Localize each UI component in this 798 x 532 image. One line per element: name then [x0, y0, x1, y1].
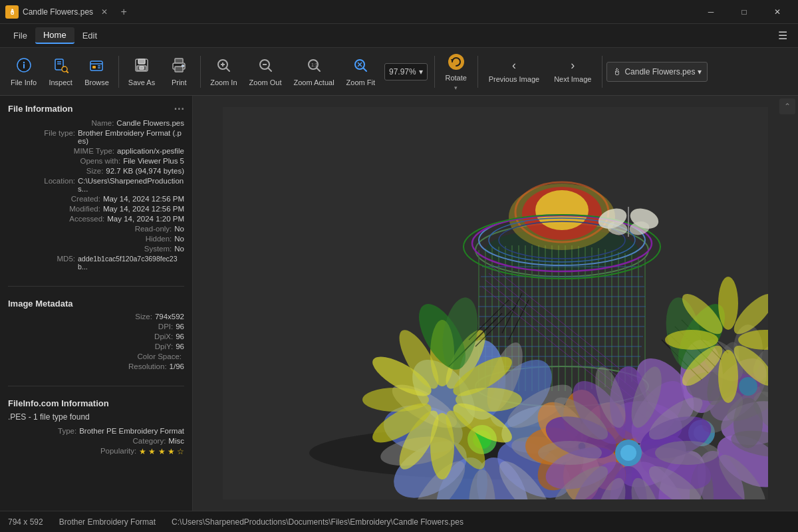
zoom-actual-btn[interactable]: 1:1 Zoom Actual	[288, 52, 339, 92]
inspect-label: Inspect	[49, 78, 72, 86]
zoom-in-icon	[215, 57, 231, 76]
fileinfo-found: .PES - 1 file type found	[8, 412, 184, 427]
toolbar: File Info Inspect Browse	[0, 48, 798, 96]
img-field-dpiy: DpiY: 96	[8, 342, 184, 350]
save-as-btn[interactable]: Save As	[123, 52, 160, 92]
sidebar: File Information ⋯ Name: Candle Flowers.…	[0, 96, 193, 511]
fileinfo-type: Type: Brother PE Embroidery Format	[8, 427, 184, 435]
file-field-name: Name: Candle Flowers.pes	[8, 119, 184, 127]
add-tab-btn[interactable]: +	[116, 4, 132, 20]
file-field-size: Size: 92.7 KB (94,974 bytes)	[8, 167, 184, 175]
fileinfo-popularity: Popularity: ★ ★ ★ ★ ☆	[8, 447, 184, 456]
file-selector-dropdown[interactable]: 🕯 Candle Flowers.pes ▾	[606, 62, 708, 82]
img-field-size: Size: 794x592	[8, 313, 184, 321]
zoom-fit-label: Zoom Fit	[346, 78, 375, 86]
rotate-btn[interactable]: Rotate ▾	[439, 52, 473, 92]
inspect-btn[interactable]: Inspect	[43, 52, 78, 92]
sep2	[200, 56, 201, 88]
file-selector-icon: 🕯	[612, 66, 622, 77]
svg-rect-16	[175, 59, 183, 63]
minimize-btn[interactable]: ─	[696, 0, 726, 24]
tab-title: Candle Flowers.pes	[23, 7, 93, 17]
file-field-location: Location: C:\Users\SharpenedProductions.…	[8, 177, 184, 193]
save-as-label: Save As	[128, 78, 155, 86]
fileinfo-title: FileInfo.com Information	[0, 392, 192, 412]
menu-home[interactable]: Home	[35, 27, 74, 44]
inspect-icon	[53, 57, 68, 76]
file-selector-arrow: ▾	[698, 67, 702, 76]
close-btn[interactable]: ✕	[762, 0, 793, 24]
divider1	[8, 286, 184, 287]
file-info-btn[interactable]: File Info	[5, 52, 42, 92]
svg-line-5	[66, 71, 68, 73]
rotate-arrow: ▾	[454, 84, 458, 91]
menu-edit[interactable]: Edit	[74, 28, 105, 43]
svg-rect-18	[175, 66, 183, 72]
file-info-icon	[16, 57, 32, 76]
svg-point-203	[620, 445, 636, 461]
file-info-label: File Info	[11, 78, 37, 86]
svg-point-19	[182, 65, 184, 66]
status-path: C:\Users\SharpenedProductions\Documents\…	[172, 517, 464, 527]
svg-line-26	[268, 68, 271, 71]
browse-btn[interactable]: Browse	[79, 52, 114, 92]
svg-line-29	[317, 68, 320, 71]
menu-file[interactable]: File	[5, 28, 35, 43]
file-info-header: File Information ⋯	[0, 96, 192, 119]
file-field-opens: Opens with: File Viewer Plus 5	[8, 157, 184, 165]
prev-image-label: Previous Image	[489, 75, 539, 84]
svg-rect-15	[140, 66, 144, 69]
zoom-fit-btn[interactable]: Zoom Fit	[341, 52, 380, 92]
image-meta-title: Image Metadata	[0, 292, 192, 313]
next-image-btn[interactable]: › Next Image	[547, 52, 598, 92]
svg-point-77	[535, 190, 589, 230]
sidebar-options-icon[interactable]: ⋯	[174, 102, 184, 115]
svg-rect-9	[92, 66, 96, 68]
image-meta-section: Size: 794x592 DPI: 96 DpiX: 96 DpiY: 96 …	[0, 313, 192, 380]
sep5	[602, 56, 602, 88]
zoom-out-btn[interactable]: Zoom Out	[244, 52, 287, 92]
img-field-dpix: DpiX: 96	[8, 332, 184, 340]
zoom-in-label: Zoom In	[210, 78, 237, 86]
embroidery-image	[223, 107, 768, 499]
img-field-dpi: DPI: 96	[8, 323, 184, 331]
collapse-panel-btn[interactable]: ⌃	[779, 98, 795, 114]
svg-point-178	[718, 350, 738, 403]
prev-image-icon: ‹	[512, 59, 516, 72]
file-info-section: Name: Candle Flowers.pes File type: Brot…	[0, 119, 192, 281]
svg-rect-13	[138, 59, 145, 64]
image-panel: ⌃	[193, 96, 798, 511]
fileinfo-category: Category: Misc	[8, 437, 184, 445]
zoom-fit-icon	[352, 57, 368, 76]
maximize-btn[interactable]: □	[729, 0, 759, 24]
print-btn[interactable]: Print	[162, 52, 196, 92]
zoom-dropdown[interactable]: 97.97% ▾	[384, 63, 428, 80]
zoom-out-label: Zoom Out	[249, 78, 282, 86]
hamburger-menu[interactable]: ☰	[773, 27, 793, 45]
file-field-type: File type: Brother Embroidery Format (.p…	[8, 129, 184, 145]
img-field-resolution: Resolution: 1/96	[8, 362, 184, 370]
svg-point-174	[718, 277, 738, 330]
fileinfo-section: .PES - 1 file type found Type: Brother P…	[0, 412, 192, 466]
file-field-created: Created: May 14, 2024 12:56 PM	[8, 195, 184, 203]
file-selector-name: Candle Flowers.pes	[624, 67, 695, 76]
file-field-mime: MIME Type: application/x-pesfile	[8, 147, 184, 155]
svg-point-199	[538, 441, 602, 465]
tab-close-btn[interactable]: ✕	[98, 6, 110, 18]
prev-image-btn[interactable]: ‹ Previous Image	[482, 52, 546, 92]
zoom-value: 97.97%	[389, 67, 416, 76]
svg-point-128	[739, 377, 757, 396]
img-field-colorspace: Color Space:	[8, 352, 184, 360]
browse-label: Browse	[84, 78, 109, 86]
sep3	[434, 56, 435, 88]
save-as-icon	[134, 57, 150, 76]
file-field-md5: MD5: adde1b1cac5f120a7c3698fec23b...	[8, 255, 184, 271]
svg-point-194	[655, 441, 719, 465]
file-info-title: File Information	[8, 104, 73, 114]
statusbar: 794 x 592 Brother Embroidery Format C:\U…	[0, 511, 798, 532]
svg-point-32	[448, 54, 464, 70]
svg-text:1:1: 1:1	[311, 63, 318, 67]
zoom-actual-icon: 1:1	[306, 57, 322, 76]
zoom-in-btn[interactable]: Zoom In	[205, 52, 242, 92]
svg-line-23	[226, 68, 229, 71]
